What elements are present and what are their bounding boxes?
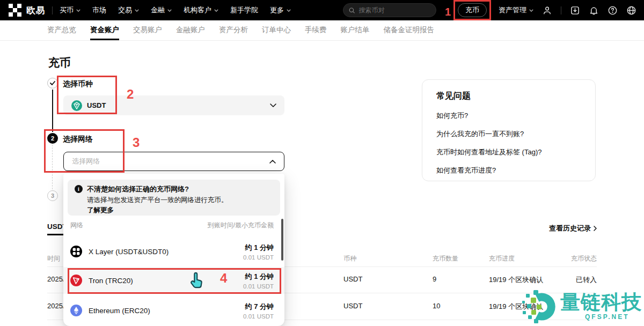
tab-funding-account[interactable]: 资金账户 <box>90 20 119 40</box>
table-row-amount: 10 <box>433 302 440 310</box>
table-row-time: 2025/ <box>47 275 65 283</box>
search-box[interactable] <box>343 3 436 17</box>
top-navbar: 欧易 买币 市场 交易 金融 机构客户 新手学院 更多 充币 1 资产管理 <box>0 0 644 20</box>
col-header-time: 时间 <box>47 254 60 263</box>
annotation-box-1 <box>453 0 491 20</box>
language-globe-icon[interactable] <box>626 5 636 16</box>
nav-item-academy[interactable]: 新手学院 <box>230 5 258 15</box>
annotation-number-3: 3 <box>133 135 140 150</box>
chevron-down-icon <box>76 9 80 12</box>
notice-title: 不清楚如何选择正确的充币网络? <box>87 184 189 194</box>
search-icon <box>349 7 355 14</box>
check-icon <box>50 81 55 85</box>
brand[interactable]: 欧易 <box>9 4 45 17</box>
download-app-icon[interactable] <box>570 5 580 16</box>
nav-menu: 买币 市场 交易 金融 机构客户 新手学院 更多 <box>60 5 291 15</box>
ethereum-icon <box>70 305 82 316</box>
arrival-time: 约 1 分钟 <box>243 243 274 253</box>
annotation-box-2 <box>57 76 117 114</box>
col-header-status: 充币状态 <box>571 254 597 263</box>
network-notice: i 不清楚如何选择正确的充币网络? 请选择与您发送资产平台一致的网络进行充币。 … <box>68 180 280 216</box>
step1-circle <box>47 78 58 88</box>
col-header-amount: 充币数量 <box>433 254 458 263</box>
brand-name: 欧易 <box>26 4 45 17</box>
page-title: 充币 <box>48 55 71 70</box>
xlayer-icon <box>70 246 82 257</box>
nav-item-markets[interactable]: 市场 <box>92 5 106 15</box>
watermark-domain: QFSP.NET <box>585 313 629 321</box>
column-arrival-min: 到账时间/最小充币金额 <box>208 221 274 230</box>
help-icon[interactable] <box>608 5 618 16</box>
step-connector-solid <box>52 90 53 132</box>
arrival-time: 约 7 分钟 <box>243 302 274 312</box>
min-deposit: 0.01 USDT <box>243 313 274 320</box>
nav-right: 充币 1 资产管理 <box>449 3 636 17</box>
col-header-progress: 充币进度 <box>489 254 515 263</box>
user-icon[interactable] <box>542 5 552 16</box>
tab-asset-overview[interactable]: 资产总览 <box>47 20 76 40</box>
chevron-down-icon <box>287 9 291 12</box>
cursor-pointer-icon <box>189 271 206 293</box>
notice-body: 请选择与您发送资产平台一致的网络进行充币。 <box>87 196 228 205</box>
annotation-number-4: 4 <box>220 271 227 286</box>
faq-question-not-arrived[interactable]: 为什么我充的币一直不到账? <box>436 129 524 139</box>
annotation-number-2: 2 <box>127 87 134 102</box>
chevron-down-icon <box>167 9 172 12</box>
screen: 欧易 买币 市场 交易 金融 机构客户 新手学院 更多 充币 1 资产管理 <box>0 0 644 326</box>
nav-item-more[interactable]: 更多 <box>270 5 291 15</box>
notifications-bell-icon[interactable] <box>589 5 599 16</box>
table-row-amount: 9 <box>433 275 436 283</box>
table-row-coin: USDT <box>343 275 362 283</box>
tab-order-center[interactable]: 订单中心 <box>262 20 291 40</box>
faq-question-address-tag[interactable]: 充币时如何查看地址及标签 (Tag)? <box>436 147 541 157</box>
annotation-number-1: 1 <box>445 6 451 18</box>
nav-divider <box>561 6 561 14</box>
table-row-status: 已转入 <box>576 275 597 285</box>
network-option-xlayer[interactable]: X Layer (USDT&USDT0) 约 1 分钟 0.01 USDT <box>63 238 284 265</box>
assets-menu[interactable]: 资产管理 <box>499 5 533 15</box>
info-icon: i <box>75 185 83 193</box>
nav-item-finance[interactable]: 金融 <box>151 5 172 15</box>
watermark-logo-icon <box>521 287 559 326</box>
nav-divider <box>52 6 53 14</box>
chevron-down-icon <box>270 103 276 107</box>
table-row-time: 2025/ <box>47 302 65 310</box>
nav-item-institutional[interactable]: 机构客户 <box>184 5 218 15</box>
nav-item-buy[interactable]: 买币 <box>60 5 80 15</box>
faq-title: 常见问题 <box>436 91 471 102</box>
view-history-link[interactable]: 查看历史记录 <box>549 224 597 233</box>
annotation-box-3 <box>44 129 125 173</box>
annotation-box-4 <box>68 268 281 294</box>
faq-card: 常见问题 如何充币? 为什么我充的币一直不到账? 充币时如何查看地址及标签 (T… <box>422 79 596 181</box>
table-row-progress: 19/19 个区块确认 <box>489 275 543 285</box>
tab-account-statement[interactable]: 账户结单 <box>341 20 370 40</box>
deposit-button-wrap: 充币 1 <box>458 3 487 17</box>
tab-asset-analysis[interactable]: 资产分析 <box>219 20 248 40</box>
asset-subnav: 资产总览 资金账户 交易账户 金融账户 资产分析 订单中心 手续费 账户结单 储… <box>0 20 644 41</box>
okx-logo-icon <box>9 4 21 17</box>
chevron-down-icon <box>214 9 218 12</box>
network-option-ethereum[interactable]: Ethereum (ERC20) 约 7 分钟 0.01 USDT <box>63 297 284 324</box>
tab-fees[interactable]: 手续费 <box>305 20 327 40</box>
chevron-up-icon <box>269 160 276 164</box>
chevron-down-icon <box>529 9 533 12</box>
col-header-coin: 币种 <box>343 254 356 263</box>
tab-trading-account[interactable]: 交易账户 <box>133 20 162 40</box>
table-row-coin: USDT <box>343 302 362 310</box>
tab-finance-account[interactable]: 金融账户 <box>176 20 205 40</box>
faq-question-how-to-deposit[interactable]: 如何充币? <box>436 111 468 121</box>
faq-question-progress[interactable]: 如何查看充币进度? <box>436 166 496 175</box>
step3-circle: 3 <box>47 190 58 201</box>
learn-more-link[interactable]: 了解更多 <box>87 206 114 215</box>
chevron-down-icon <box>135 9 139 12</box>
tab-proof-of-reserves[interactable]: 储备金证明报告 <box>384 20 435 40</box>
search-input[interactable] <box>358 6 430 14</box>
min-deposit: 0.01 USDT <box>243 254 274 261</box>
column-network: 网络 <box>70 221 83 230</box>
nav-item-trade[interactable]: 交易 <box>118 5 139 15</box>
network-dropdown-panel: i 不清楚如何选择正确的充币网络? 请选择与您发送资产平台一致的网络进行充币。 … <box>63 174 284 326</box>
chevron-right-icon <box>594 226 597 231</box>
watermark-name: 量链科技 <box>560 289 642 316</box>
